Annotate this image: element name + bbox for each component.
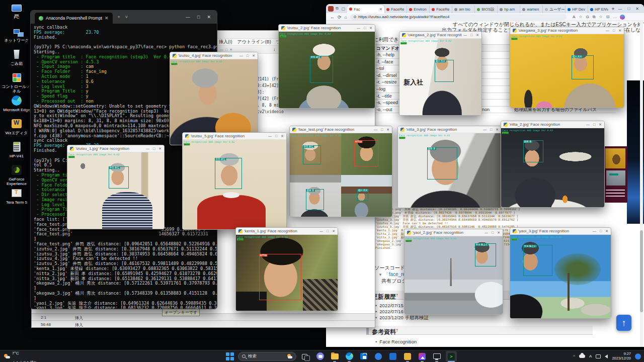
taskbar-app-wz-editor[interactable]	[402, 351, 413, 362]
window-kenta1[interactable]: 'kenta_1.jpg' Face recognition—□✕ Face r…	[235, 227, 338, 311]
search-box[interactable]: 検索	[238, 352, 296, 361]
titlebar[interactable]: 'okegawa_2.jpg' Face recognition—□✕	[399, 32, 481, 39]
volume-icon[interactable]	[605, 354, 608, 358]
weather-widget[interactable]: 7°C くもりのち晴れ	[4, 347, 37, 362]
browser-tab[interactable]: BIOS設	[475, 6, 498, 13]
browser-tab[interactable]: am bio	[452, 6, 475, 13]
minimize-button[interactable]: —	[483, 126, 487, 133]
onedrive-icon[interactable]	[579, 354, 585, 358]
browser-tab[interactable]: HP ENV	[588, 6, 608, 13]
titlebar[interactable]: 'izutsu_4.jpg' Face recognition—□✕	[170, 52, 258, 59]
taskbar-app-photos[interactable]	[417, 351, 428, 362]
refresh-icon[interactable]: ⟳	[338, 15, 342, 20]
close-button[interactable]: ✕	[369, 25, 372, 32]
titlebar[interactable]: 'izutsu_2.jpg' Face recognition—□✕	[279, 25, 375, 32]
address-bar[interactable]: https://izutsu.aa0.netvolante.jp/pukiwik…	[350, 14, 567, 20]
close-button[interactable]: ✕	[252, 52, 255, 59]
close-button[interactable]: ✕	[281, 133, 284, 140]
close-button[interactable]: ✕	[497, 229, 500, 236]
titlebar[interactable]: 'yaoi_2.jpg' Face recognition—□✕	[405, 229, 503, 236]
taskbar-app-remote-app[interactable]	[387, 351, 398, 362]
minimize-button[interactable]: —	[606, 27, 609, 34]
toolbar-icon[interactable]: A	[573, 15, 575, 20]
copilot-icon[interactable]	[620, 15, 625, 20]
titlebar[interactable]: 'izutsu_5.jpg' Face recognition—□✕	[183, 133, 286, 140]
window-okegawa3[interactable]: 'okegawa_3.jpg' Face recognition—□✕ Face…	[510, 27, 624, 108]
maximize-button[interactable]: □	[275, 133, 277, 140]
desktop-icon-pc[interactable]: PC	[1, 2, 32, 20]
clock[interactable]: 9:27 2023/12/20	[612, 352, 631, 360]
minimize-button[interactable]: —	[220, 48, 225, 51]
titlebar[interactable]: 'nitta_3.jpg' Face recognition—□✕	[398, 126, 501, 133]
minimize-button[interactable]: —	[618, 7, 622, 11]
close-button[interactable]: ✕	[332, 228, 335, 235]
window-yaoi3[interactable]: 'yaoi_3.jpg' Face recognition—□✕ Face re…	[510, 227, 611, 319]
maximize-button[interactable]: □	[197, 15, 200, 20]
maximize-button[interactable]: □	[327, 228, 329, 235]
taskbar-app-microsoft-edge[interactable]	[344, 351, 355, 362]
tab-close-icon[interactable]: ✕	[105, 16, 109, 21]
desktop-icon-recycle[interactable]: ごみ箱	[1, 48, 32, 66]
maximize-button[interactable]: □	[381, 126, 383, 133]
notification-badge[interactable]	[635, 353, 641, 359]
home-icon[interactable]: ⌂	[345, 15, 347, 20]
down-arrow-icon[interactable]: ↓	[273, 47, 276, 52]
maximize-button[interactable]: □	[492, 229, 494, 236]
hidden-icons-chevron[interactable]: ^	[573, 354, 575, 358]
reference-link[interactable]: Face Recognition	[375, 339, 417, 345]
new-tab-button[interactable]: +	[118, 15, 120, 20]
close-button[interactable]: ✕	[476, 32, 479, 39]
close-button[interactable]: ✕	[229, 48, 234, 51]
taskbar-app-chat[interactable]	[314, 351, 326, 362]
browser-tab[interactable]: HP Dev	[566, 6, 588, 13]
tab-dropdown-icon[interactable]: ˅	[125, 15, 128, 20]
console-tab[interactable]: Anaconda Powershell Prompt ✕	[35, 13, 113, 24]
browser-tab[interactable]: Fac✕	[347, 5, 384, 13]
maximize-button[interactable]: □	[600, 228, 602, 235]
window-izutsu5[interactable]: 'izutsu_5.jpg' Face recognition—□✕ Face …	[182, 132, 287, 230]
window-facetest[interactable]: 'face_test.png' Face recognition—□✕ Face…	[289, 126, 392, 217]
display-tray-icon[interactable]	[596, 354, 601, 358]
window-izutsu2[interactable]: 'izutsu_2.jpg' Face recognition—□✕ Face …	[278, 24, 375, 109]
back-icon[interactable]: ←	[330, 15, 335, 20]
close-button[interactable]: ✕	[618, 27, 621, 34]
maximize-button[interactable]: □	[247, 52, 249, 59]
maximize-button[interactable]: □	[490, 126, 492, 133]
console-titlebar[interactable]: Anaconda Powershell Prompt ✕ + ˅ — □ ✕	[31, 11, 217, 24]
titlebar[interactable]: 'izutsu_1.jpg' Face recognition—□✕	[67, 145, 164, 152]
titlebar[interactable]: 'nitta_2.jpg' Face recognition—□✕	[501, 121, 604, 128]
toolbar-icon[interactable]: ☆	[599, 15, 602, 20]
titlebar[interactable]: 'okegawa_3.jpg' Face recognition—□✕	[510, 27, 624, 34]
scrollbar-thumb[interactable]	[640, 230, 643, 312]
maximize-button[interactable]: □	[627, 7, 630, 11]
taskbar-app-display-cast[interactable]	[431, 351, 442, 362]
toolbar-icon[interactable]: ⊡	[606, 15, 610, 20]
desktop-icon-control[interactable]: コントロール パネル	[1, 71, 32, 94]
desktop-icon-edge[interactable]: Microsoft Edge	[1, 95, 32, 112]
close-button[interactable]: ✕	[605, 228, 608, 235]
menu-item[interactable]: アウトライン(B)	[237, 39, 271, 45]
desktop-icon-geforce[interactable]: GeForce Experience	[1, 164, 32, 186]
maximize-button[interactable]: □	[364, 25, 366, 32]
browser-tab[interactable]: FaceRe	[430, 6, 452, 13]
ime-indicator[interactable]: A	[589, 354, 592, 358]
titlebar[interactable]: 'yaoi_3.jpg' Face recognition—□✕	[510, 228, 611, 235]
taskbar-app-get-help[interactable]	[373, 351, 384, 362]
close-button[interactable]: ✕	[386, 126, 389, 133]
browser-tab[interactable]: Environ	[407, 6, 430, 13]
minimize-button[interactable]: —	[239, 52, 243, 59]
browser-tab[interactable]: ユーザー	[543, 6, 566, 13]
maximize-button[interactable]: □	[613, 27, 615, 34]
toolbar-icon[interactable]: ☆	[579, 15, 582, 20]
profile-avatar-icon[interactable]	[328, 6, 334, 12]
desktop-icon-wz[interactable]: Wzエディタ	[1, 118, 32, 135]
maximize-button[interactable]: □	[470, 32, 472, 39]
minimize-button[interactable]: —	[374, 126, 377, 133]
tab-close-icon[interactable]: ✕	[379, 7, 383, 12]
toolbar-icon[interactable]: ⧉	[593, 15, 596, 20]
scroll-to-top-button[interactable]: ↑	[616, 315, 631, 331]
tab-actions-icon[interactable]: ▢	[341, 7, 347, 11]
browser-tab[interactable]: FaceRe	[384, 6, 407, 13]
toolbar-icon[interactable]: G	[586, 15, 589, 20]
desktop-icon-network[interactable]: ネットワーク	[1, 25, 32, 43]
